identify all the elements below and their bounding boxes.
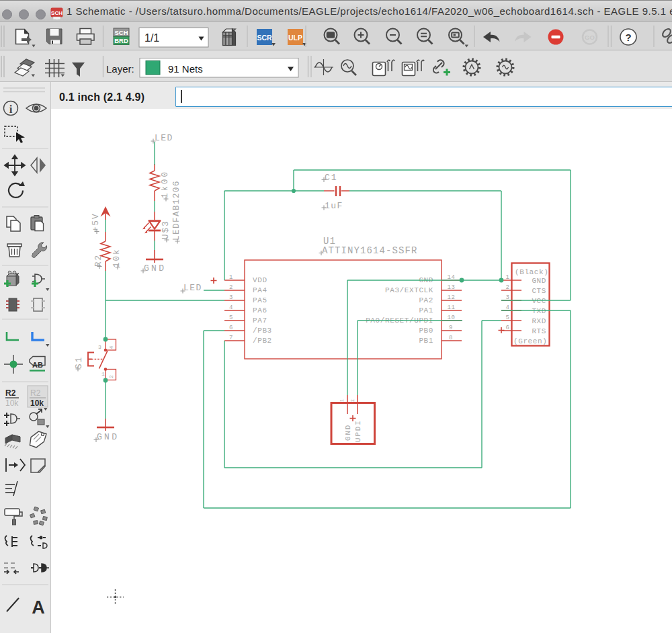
svg-text:3: 3 <box>505 294 509 301</box>
svg-text:6: 6 <box>229 325 233 331</box>
svg-text:8: 8 <box>449 335 453 341</box>
svg-text:3: 3 <box>98 344 101 350</box>
svg-text:R2: R2 <box>30 388 41 398</box>
svg-text:SCR: SCR <box>257 34 272 42</box>
svg-text:A: A <box>32 597 45 618</box>
svg-text:C1: C1 <box>325 173 338 183</box>
svg-text:GO: GO <box>585 34 595 41</box>
svg-text:PA3/EXTCLK: PA3/EXTCLK <box>385 286 433 294</box>
svg-text:11: 11 <box>447 304 455 311</box>
svg-text:14: 14 <box>447 274 455 281</box>
svg-text:2: 2 <box>505 284 509 291</box>
svg-text:BRD: BRD <box>114 37 128 44</box>
svg-text:LED: LED <box>183 283 202 293</box>
svg-text:+5V: +5V <box>91 212 101 232</box>
svg-text:4: 4 <box>229 304 233 311</box>
svg-text:AB: AB <box>32 361 43 369</box>
svg-text:PA6: PA6 <box>253 306 267 314</box>
svg-text:GND: GND <box>344 424 352 441</box>
svg-text:UPDI: UPDI <box>354 419 362 442</box>
svg-text:PB1: PB1 <box>419 337 433 345</box>
svg-text:R2: R2 <box>94 254 103 267</box>
svg-text:PA1: PA1 <box>419 306 433 314</box>
svg-text:VDD: VDD <box>253 276 267 284</box>
svg-text:9: 9 <box>449 325 453 331</box>
svg-text:6: 6 <box>505 325 509 331</box>
svg-text:PA2: PA2 <box>419 296 433 304</box>
svg-text:PB0: PB0 <box>419 327 433 335</box>
svg-text:RXD: RXD <box>532 317 546 325</box>
svg-text:LED: LED <box>155 133 173 143</box>
svg-text:10: 10 <box>447 314 455 321</box>
svg-text:5: 5 <box>229 314 233 321</box>
svg-text:RTS: RTS <box>532 327 546 335</box>
svg-text:13: 13 <box>447 284 455 291</box>
svg-text:4: 4 <box>505 304 509 311</box>
svg-text:2: 2 <box>108 375 114 378</box>
svg-text:U$3: U$3 <box>161 220 171 239</box>
svg-text:5: 5 <box>505 314 509 321</box>
svg-text:ULP: ULP <box>288 34 302 42</box>
svg-text:GND: GND <box>532 277 546 285</box>
svg-text:1/1: 1/1 <box>144 32 159 44</box>
svg-text:ATTINY1614-SSFR: ATTINY1614-SSFR <box>322 245 418 256</box>
svg-text:1uF: 1uF <box>325 201 343 211</box>
svg-text:2: 2 <box>351 398 355 402</box>
svg-text:Layer:: Layer: <box>106 63 134 75</box>
svg-text:?: ? <box>625 32 631 43</box>
svg-text:SCH: SCH <box>51 10 62 16</box>
svg-text:GND: GND <box>144 263 166 273</box>
svg-text:10k: 10k <box>112 248 122 267</box>
svg-text:PA4: PA4 <box>253 286 267 294</box>
svg-text:(Green): (Green) <box>513 337 547 345</box>
svg-text:10k: 10k <box>5 398 19 408</box>
svg-text:/PB2: /PB2 <box>253 337 272 345</box>
svg-text:1k00: 1k00 <box>161 170 170 198</box>
svg-text:1: 1 <box>229 274 233 281</box>
svg-text:LEDFAB1206: LEDFAB1206 <box>172 180 181 241</box>
svg-text:7: 7 <box>229 335 233 341</box>
svg-text:CTS: CTS <box>532 287 546 295</box>
svg-text:(Black): (Black) <box>515 268 548 276</box>
svg-text:1: 1 <box>101 371 105 377</box>
svg-text:91 Nets: 91 Nets <box>168 63 203 75</box>
svg-text:/PB3: /PB3 <box>253 327 272 335</box>
svg-text:i: i <box>9 103 13 116</box>
svg-text:SCH: SCH <box>114 29 128 36</box>
svg-text:4: 4 <box>108 345 114 349</box>
svg-text:1: 1 <box>340 398 345 402</box>
svg-text:12: 12 <box>447 294 455 301</box>
svg-text:1: 1 <box>505 274 509 281</box>
svg-text:S1: S1 <box>75 356 84 369</box>
svg-text:R2: R2 <box>5 388 16 398</box>
svg-text:2: 2 <box>229 284 233 291</box>
svg-text:10k: 10k <box>30 398 44 408</box>
svg-text:3: 3 <box>229 294 233 301</box>
svg-text:GND: GND <box>97 432 119 442</box>
svg-text:PA5: PA5 <box>253 296 267 304</box>
svg-text:PA7: PA7 <box>253 316 267 325</box>
